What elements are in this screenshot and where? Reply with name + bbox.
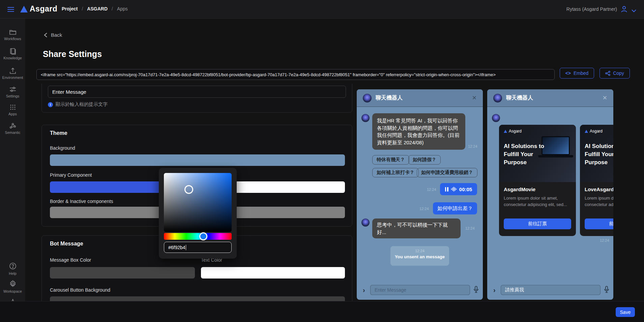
sidebar-item-semantic[interactable]: Semantic (0, 122, 25, 135)
bot-message-section-title: Bot Message (50, 241, 83, 247)
user-avatar-icon[interactable] (620, 5, 628, 14)
bot-avatar (492, 114, 500, 122)
card-title: AsgardMovie (504, 186, 535, 192)
breadcrumb-separator: / (108, 6, 117, 11)
mic-icon[interactable] (604, 286, 609, 293)
breadcrumb-section[interactable]: Apps (117, 6, 128, 11)
page-title: Share Settings (43, 49, 102, 59)
saturation-handle[interactable] (184, 185, 193, 194)
hex-color-input[interactable]: #6f92b4 (164, 242, 232, 253)
text-caret (186, 245, 186, 250)
enter-message-field[interactable] (48, 86, 346, 98)
asgard-triangle-icon (585, 130, 588, 133)
carousel-button-bg-label: Carousel Button Background (50, 287, 110, 293)
carousel-card[interactable]: Asgard AI Solutions to Fulfill Your Purp… (580, 125, 613, 236)
pause-icon[interactable] (445, 187, 448, 192)
message-timestamp: 12:24 (468, 144, 477, 148)
breadcrumb: Project / ASGARD / Apps (62, 6, 128, 11)
card-hero-image: Asgard AI Solutions to Fulfill Your Purp… (580, 125, 613, 182)
hue-handle[interactable] (199, 232, 207, 240)
top-bar: Asgard Project / ASGARD / Apps Rytass (A… (0, 0, 644, 19)
sidebar-item-settings[interactable]: Settings (0, 86, 25, 98)
bot-avatar (361, 114, 370, 122)
asgard-brand-mark: Asgard (585, 129, 603, 134)
help-circle-icon (0, 262, 25, 270)
bot-message-bubble: 我是HR 常見問答 AI，我可以回答你各項關於人資相關的問題，你可以問我任何問題… (372, 113, 465, 150)
message-box-color-label: Message Box Color (50, 257, 91, 263)
bottom-action-bar (0, 301, 644, 322)
message-timestamp: 12:24 (419, 207, 429, 211)
chat-preview-panel-2: 聊天機器人 ✕ Asgard AI Solutions to Fulfill Y… (487, 89, 613, 300)
quick-reply-chip[interactable]: 如何補上班打卡？ (372, 168, 419, 177)
card-action-button[interactable]: 前往訂票 (585, 218, 613, 229)
message-box-color-swatch[interactable] (50, 267, 195, 279)
sidebar-item-help[interactable]: Help (0, 262, 25, 275)
close-icon[interactable]: ✕ (603, 94, 607, 101)
chevron-down-icon[interactable] (631, 8, 637, 14)
close-icon[interactable]: ✕ (472, 94, 477, 101)
carousel-card[interactable]: Asgard AI Solutions to Fulfill Your Purp… (499, 125, 576, 236)
quick-reply-chip[interactable]: 特休有幾天？ (372, 155, 409, 165)
bot-avatar (361, 218, 370, 227)
background-label: Background (50, 145, 75, 151)
bot-avatar (363, 94, 372, 103)
sidebar-item-apps[interactable]: Apps (0, 104, 25, 116)
sidebar-nav: Workflows Knowledge Environment Settings… (0, 19, 25, 322)
sidebar-item-environment[interactable]: Environment (0, 67, 25, 80)
audio-duration: 00:05 (459, 186, 472, 192)
card-title: LoveAsgard (585, 186, 613, 192)
sidebar-item-workspace[interactable]: Workspace (0, 280, 25, 293)
back-button[interactable]: Back (44, 32, 62, 38)
background-color-swatch[interactable] (50, 154, 345, 166)
card-overlay-text: AI Solutions to Fulfill Your Purpose (585, 142, 613, 167)
hamburger-menu-icon[interactable] (7, 6, 14, 12)
carousel-button-bg-swatch[interactable] (50, 296, 345, 301)
audio-message-bubble[interactable]: 00:05 (440, 183, 477, 195)
text-color-swatch[interactable] (201, 267, 345, 279)
chat1-title: 聊天機器人 (376, 94, 403, 101)
chat2-title: 聊天機器人 (506, 94, 533, 101)
asgard-logo-icon[interactable] (20, 6, 28, 12)
message-timestamp: 12:24 (600, 238, 609, 242)
folder-icon (0, 29, 25, 35)
sidebar-item-knowledge[interactable]: Knowledge (0, 48, 25, 60)
chat2-message-input[interactable] (501, 285, 601, 295)
code-brackets-icon: <> (565, 70, 571, 76)
asgard-triangle-icon (504, 130, 507, 133)
chat1-header: 聊天機器人 ✕ (357, 89, 483, 107)
user-account-label: Rytass (Asgard Partner) (566, 6, 617, 12)
card-hero-image: Asgard AI Solutions to Fulfill Your Purp… (499, 125, 576, 182)
save-button[interactable]: Save (616, 307, 635, 317)
color-picker-popup: #6f92b4 (159, 168, 237, 259)
embed-button[interactable]: <> Embed (560, 68, 594, 79)
share-icon (605, 71, 610, 76)
hue-slider[interactable] (164, 233, 232, 240)
grid-dots-icon (0, 104, 25, 111)
embed-code-input[interactable] (36, 69, 555, 80)
chat1-message-input[interactable] (370, 285, 470, 295)
message-settings-card: i 顯示於輸入框的提示文字 (41, 84, 352, 113)
book-icon (0, 48, 25, 55)
sliders-icon (0, 86, 25, 93)
bot-avatar (493, 94, 502, 103)
asgard-logo-text[interactable]: Asgard (30, 4, 57, 13)
chat2-header: 聊天機器人 ✕ (487, 89, 613, 107)
card-overlay-text: AI Solutions to Fulfill Your Purpose (504, 142, 545, 167)
sidebar-item-workflows[interactable]: Workflows (0, 29, 25, 41)
breadcrumb-app[interactable]: ASGARD (87, 6, 108, 11)
info-icon: i (48, 102, 53, 107)
message-hint: i 顯示於輸入框的提示文字 (48, 101, 108, 108)
theme-section-title: Theme (50, 130, 67, 136)
expand-chevron-icon[interactable]: › (493, 287, 496, 293)
saturation-area[interactable] (164, 173, 232, 232)
quick-reply-chip[interactable]: 如何申請交通費用核銷？ (417, 168, 477, 177)
expand-chevron-icon[interactable]: › (363, 287, 365, 293)
quick-reply-chip[interactable]: 如何請假？ (408, 155, 441, 165)
unsent-message-notice: 12:24 You unsent an message (390, 246, 449, 266)
breadcrumb-project[interactable]: Project (62, 6, 78, 11)
card-action-button[interactable]: 前往訂票 (504, 218, 571, 229)
copy-button[interactable]: Copy (599, 68, 630, 79)
gear-icon (0, 280, 25, 288)
mic-icon[interactable] (473, 286, 479, 293)
message-timestamp: 12:24 (465, 226, 475, 230)
